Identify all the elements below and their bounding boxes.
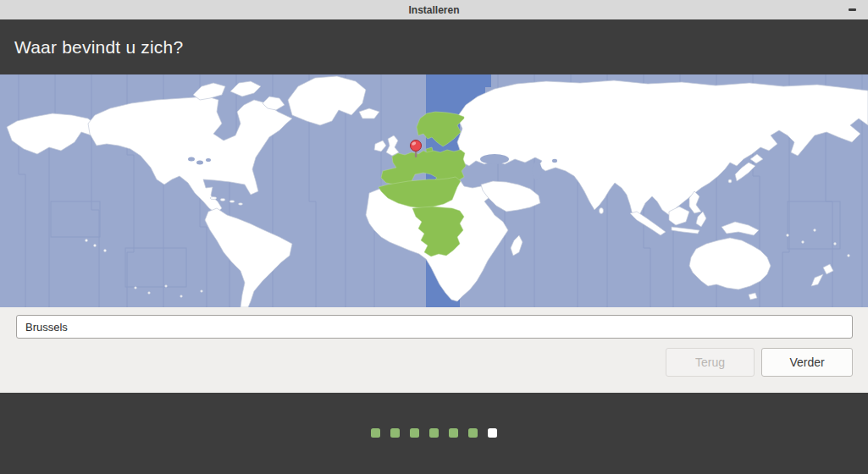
progress-step-done [449, 428, 458, 438]
content-area: Terug Verder [0, 307, 868, 393]
minimize-icon [849, 8, 856, 11]
location-input[interactable] [16, 315, 853, 339]
progress-indicator [0, 428, 868, 438]
progress-step-done [390, 428, 400, 438]
progress-step-done [468, 428, 478, 438]
page-title: Waar bevindt u zich? [14, 37, 183, 58]
next-button[interactable]: Verder [761, 348, 853, 377]
minimize-button[interactable] [844, 0, 860, 19]
footer [0, 393, 868, 474]
installer-window: Installeren Waar bevindt u zich? [0, 0, 868, 474]
progress-step-done [429, 428, 439, 438]
progress-step-current [488, 428, 497, 438]
button-row: Terug Verder [666, 348, 853, 377]
progress-step-done [371, 428, 380, 438]
back-button[interactable]: Terug [666, 348, 755, 377]
progress-step-done [410, 428, 419, 438]
timezone-map[interactable] [0, 74, 868, 307]
window-title: Installeren [408, 4, 459, 16]
titlebar: Installeren [0, 0, 868, 19]
page-header: Waar bevindt u zich? [0, 19, 868, 74]
